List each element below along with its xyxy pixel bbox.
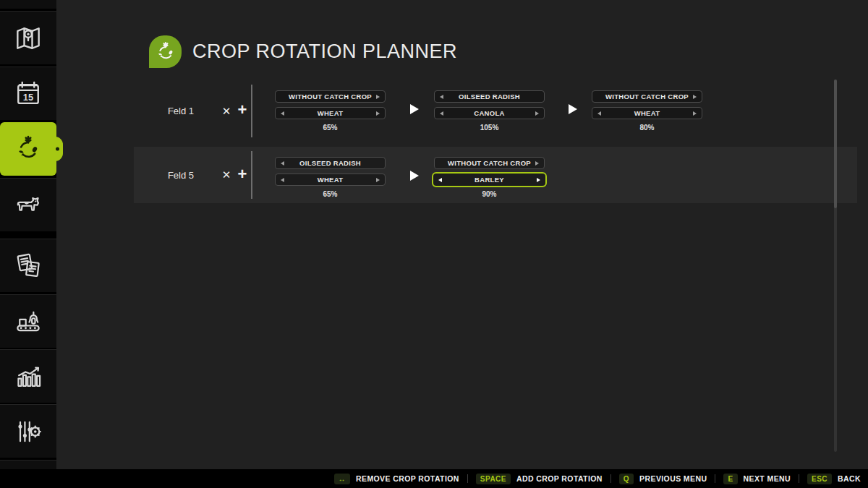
map-icon bbox=[12, 22, 44, 54]
rotation-stage-2: WITHOUT CATCH CROP BARLEY 90% bbox=[434, 147, 545, 203]
hotbar-separator bbox=[715, 474, 715, 483]
calendar-icon bbox=[12, 78, 44, 110]
row-divider bbox=[251, 151, 252, 199]
expected-yield: 65% bbox=[275, 124, 386, 132]
prev-option-arrow-icon[interactable] bbox=[281, 161, 284, 166]
crop-value: WHEAT bbox=[318, 109, 344, 117]
sidebar-item-contracts[interactable] bbox=[0, 239, 56, 292]
next-option-arrow-icon[interactable] bbox=[693, 95, 697, 99]
rotation-stage-2: OILSEED RADISH CANOLA 105% bbox=[434, 80, 545, 142]
field-name: Feld 5 bbox=[134, 147, 228, 203]
settings-icon bbox=[12, 416, 44, 448]
hotkey-label: NEXT MENU bbox=[744, 474, 791, 483]
catch-crop-value: WITHOUT CATCH CROP bbox=[448, 159, 531, 167]
sidebar bbox=[0, 0, 56, 469]
sidebar-item-statistics[interactable] bbox=[0, 349, 56, 403]
cow-icon bbox=[12, 189, 44, 221]
catch-crop-selector[interactable]: WITHOUT CATCH CROP bbox=[434, 157, 545, 169]
crop-selector-selected[interactable]: BARLEY bbox=[432, 172, 547, 187]
remove-rotation-button[interactable]: ✕ bbox=[218, 147, 235, 203]
statistics-icon bbox=[12, 361, 44, 393]
catch-crop-selector[interactable]: OILSEED RADISH bbox=[275, 157, 386, 169]
catch-crop-value: WITHOUT CATCH CROP bbox=[289, 93, 372, 100]
catch-crop-value: WITHOUT CATCH CROP bbox=[605, 93, 689, 100]
crop-selector[interactable]: CANOLA bbox=[434, 107, 545, 119]
crop-rotation-icon bbox=[12, 133, 44, 165]
crop-selector[interactable]: WHEAT bbox=[275, 107, 386, 119]
sidebar-item-production[interactable] bbox=[0, 294, 56, 348]
sidebar-item-partial-bottom[interactable] bbox=[0, 460, 56, 469]
prev-option-arrow-icon[interactable] bbox=[440, 95, 443, 99]
expected-yield: 90% bbox=[434, 190, 545, 198]
next-option-arrow-icon[interactable] bbox=[376, 95, 380, 99]
expected-yield: 105% bbox=[434, 124, 545, 132]
sidebar-item-crop-rotation[interactable] bbox=[0, 122, 56, 176]
crop-selector[interactable]: WHEAT bbox=[275, 174, 386, 186]
scrollbar-thumb[interactable] bbox=[834, 80, 837, 208]
key-badge: E bbox=[723, 474, 737, 484]
sidebar-item-map[interactable] bbox=[0, 11, 56, 64]
expected-yield: 80% bbox=[592, 124, 702, 132]
next-option-arrow-icon[interactable] bbox=[693, 111, 697, 116]
add-stage-button[interactable]: + bbox=[234, 147, 251, 203]
crop-rotation-header-icon bbox=[149, 35, 182, 68]
sidebar-item-animals[interactable] bbox=[0, 178, 56, 231]
next-stage-arrow-icon bbox=[410, 104, 419, 114]
hotbar-separator bbox=[799, 474, 799, 483]
contracts-icon bbox=[12, 250, 44, 282]
hotkey-label: PREVIOUS MENU bbox=[639, 474, 707, 483]
field-name: Feld 1 bbox=[134, 80, 228, 142]
catch-crop-selector[interactable]: WITHOUT CATCH CROP bbox=[592, 90, 702, 103]
crop-selector[interactable]: WHEAT bbox=[592, 107, 702, 119]
next-option-arrow-icon[interactable] bbox=[537, 178, 540, 182]
catch-crop-selector[interactable]: OILSEED RADISH bbox=[434, 90, 545, 103]
crop-rotation-planner-screen: 15 bbox=[0, 0, 868, 488]
page-title: CROP ROTATION PLANNER bbox=[192, 40, 457, 63]
catch-crop-selector[interactable]: WITHOUT CATCH CROP bbox=[275, 90, 386, 103]
field-row-feld-1: Feld 1 ✕ + WITHOUT CATCH CROP WHEAT 65% … bbox=[134, 80, 857, 142]
hotkey-label: ADD CROP ROTATION bbox=[516, 474, 603, 483]
hotkey-bar: ↔ REMOVE CROP ROTATION SPACE ADD CROP RO… bbox=[0, 469, 868, 488]
add-stage-button[interactable]: + bbox=[234, 80, 251, 142]
prev-option-arrow-icon[interactable] bbox=[438, 178, 442, 182]
key-badge: SPACE bbox=[476, 474, 511, 484]
hotkey-label: BACK bbox=[838, 474, 861, 483]
hotkey-next-menu: E NEXT MENU bbox=[723, 474, 791, 484]
prev-option-arrow-icon[interactable] bbox=[281, 178, 284, 182]
sidebar-item-settings[interactable] bbox=[0, 404, 56, 458]
hotkey-previous-menu: Q PREVIOUS MENU bbox=[619, 474, 707, 484]
crop-value: BARLEY bbox=[475, 176, 504, 184]
sidebar-item-calendar[interactable] bbox=[0, 67, 56, 120]
key-badge: ↔ bbox=[334, 474, 351, 484]
scrollbar-track[interactable] bbox=[834, 80, 837, 452]
crop-value: CANOLA bbox=[474, 109, 504, 117]
hotkey-remove-crop-rotation: ↔ REMOVE CROP ROTATION bbox=[334, 474, 459, 484]
remove-rotation-button[interactable]: ✕ bbox=[218, 80, 235, 142]
hotkey-back: ESC BACK bbox=[807, 474, 861, 484]
prev-option-arrow-icon[interactable] bbox=[597, 111, 601, 116]
crop-value: WHEAT bbox=[318, 176, 344, 184]
prev-option-arrow-icon[interactable] bbox=[440, 111, 443, 116]
crop-value: WHEAT bbox=[634, 109, 660, 117]
next-option-arrow-icon[interactable] bbox=[376, 111, 380, 116]
next-stage-arrow-icon bbox=[410, 171, 419, 181]
key-badge: ESC bbox=[807, 474, 832, 484]
next-stage-arrow-icon bbox=[569, 104, 577, 114]
next-option-arrow-icon[interactable] bbox=[535, 111, 539, 116]
sidebar-item-partial-top[interactable] bbox=[0, 0, 56, 9]
hotbar-separator bbox=[610, 474, 611, 483]
rotation-stage-3: WITHOUT CATCH CROP WHEAT 80% bbox=[592, 80, 702, 142]
next-option-arrow-icon[interactable] bbox=[376, 178, 380, 182]
catch-crop-value: OILSEED RADISH bbox=[299, 159, 361, 167]
hotbar-separator bbox=[467, 474, 468, 483]
next-option-arrow-icon[interactable] bbox=[535, 161, 539, 166]
expected-yield: 65% bbox=[275, 190, 386, 198]
rotation-stage-1: WITHOUT CATCH CROP WHEAT 65% bbox=[275, 80, 386, 142]
production-icon bbox=[12, 306, 44, 338]
hotkey-add-crop-rotation: SPACE ADD CROP ROTATION bbox=[476, 474, 603, 484]
catch-crop-value: OILSEED RADISH bbox=[459, 93, 520, 100]
rotation-stage-1: OILSEED RADISH WHEAT 65% bbox=[275, 147, 386, 203]
field-row-feld-5: Feld 5 ✕ + OILSEED RADISH WHEAT 65% WITH… bbox=[134, 147, 857, 203]
prev-option-arrow-icon[interactable] bbox=[281, 111, 284, 116]
key-badge: Q bbox=[619, 474, 634, 484]
